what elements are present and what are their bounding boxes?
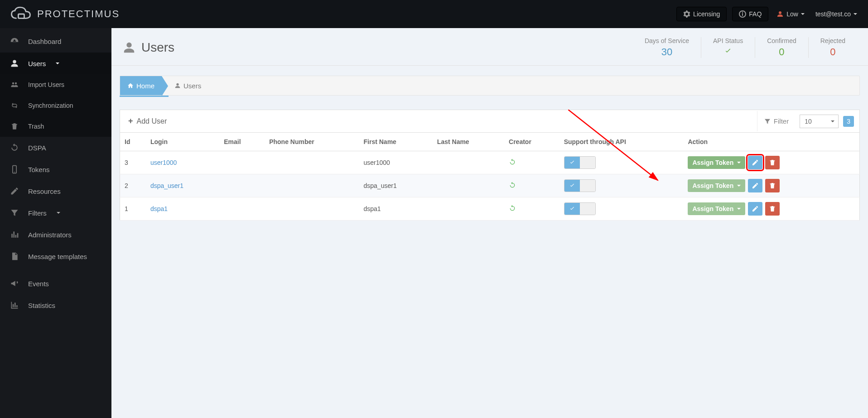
stat-api: API Status [701, 37, 755, 58]
nav-filters[interactable]: Filters [0, 202, 111, 224]
edit-button[interactable] [748, 156, 762, 169]
stat-confirmed: Confirmed 0 [755, 37, 808, 58]
sync-icon [509, 205, 516, 212]
cell-api [559, 197, 684, 221]
check-icon [713, 46, 743, 58]
login-link[interactable]: dspa1 [150, 205, 168, 212]
nav-users[interactable]: Users [0, 53, 111, 74]
nav-message-templates[interactable]: Message templates [0, 245, 111, 267]
user-icon [122, 41, 136, 54]
cell-first: dspa_user1 [359, 174, 433, 197]
user-icon [174, 82, 181, 89]
cell-last [433, 174, 504, 197]
nav-dspa[interactable]: DSPA [0, 137, 111, 159]
breadcrumb: Home Users [120, 76, 860, 96]
nav-statistics[interactable]: Statistics [0, 294, 111, 316]
account-dropdown[interactable]: test@test.co [813, 10, 860, 18]
nav-resources[interactable]: Resources [0, 180, 111, 202]
filter-icon [9, 208, 20, 217]
caret-down-icon [737, 208, 741, 210]
page-header: Users Days of Service 30 API Status Conf… [111, 28, 868, 66]
info-icon [739, 10, 746, 18]
cell-first: dspa1 [359, 197, 433, 221]
sidebar: Dashboard Users Import Users Synchroniza… [0, 28, 111, 418]
edit-button[interactable] [748, 179, 762, 192]
assign-token-button[interactable]: Assign Token [688, 179, 745, 192]
assign-token-button[interactable]: Assign Token [688, 156, 745, 169]
caret-down-icon [737, 162, 741, 163]
edit-button[interactable] [748, 202, 762, 216]
cloud-lock-icon [8, 5, 34, 24]
nav-import-users[interactable]: Import Users [0, 74, 111, 95]
th-phone[interactable]: Phone Number [265, 133, 359, 151]
stat-days: Days of Service 30 [633, 37, 701, 58]
cell-api [559, 151, 684, 174]
page-title: Users [122, 40, 174, 55]
nav-tokens[interactable]: Tokens [0, 159, 111, 180]
api-toggle[interactable] [564, 202, 596, 215]
brand-logo[interactable]: PROTECTIMUS [8, 5, 120, 24]
th-id[interactable]: Id [120, 133, 146, 151]
brand-text: PROTECTIMUS [37, 8, 120, 20]
caret-down-icon [831, 120, 834, 122]
th-email[interactable]: Email [219, 133, 265, 151]
edit-icon [752, 182, 759, 189]
content-area: Users Days of Service 30 API Status Conf… [111, 28, 868, 418]
cell-id: 3 [120, 151, 146, 174]
nav-trash[interactable]: Trash [0, 116, 111, 137]
users-table: Id Login Email Phone Number First Name L… [120, 132, 860, 221]
stats-row: Days of Service 30 API Status Confirmed … [633, 37, 857, 58]
sync-icon [509, 182, 516, 189]
api-toggle[interactable] [564, 156, 596, 169]
cell-id: 1 [120, 197, 146, 221]
cell-first: user1000 [359, 151, 433, 174]
nav-administrators[interactable]: Administrators [0, 224, 111, 245]
cell-phone [265, 151, 359, 174]
licensing-button[interactable]: Licensing [676, 7, 727, 21]
users-icon [9, 81, 20, 89]
user-icon [9, 59, 20, 68]
table-row: 1 dspa1 dspa1 Assign Token [120, 197, 860, 221]
caret-down-icon [56, 62, 59, 64]
chart-icon [9, 301, 20, 310]
add-user-button[interactable]: + Add User [120, 110, 175, 132]
th-first[interactable]: First Name [359, 133, 433, 151]
sync-icon [9, 101, 20, 110]
user-icon [776, 10, 784, 18]
nav-dashboard[interactable]: Dashboard [0, 30, 111, 53]
nav-synchronization[interactable]: Synchronization [0, 95, 111, 116]
faq-button[interactable]: FAQ [732, 7, 768, 21]
th-login[interactable]: Login [146, 133, 219, 151]
login-link[interactable]: user1000 [150, 159, 177, 166]
edit-icon [752, 159, 759, 166]
cell-action: Assign Token [683, 151, 859, 174]
cell-email [219, 197, 265, 221]
login-link[interactable]: dspa_user1 [150, 182, 183, 189]
cell-email [219, 151, 265, 174]
svg-rect-0 [18, 14, 24, 18]
page-size-select[interactable]: 10 [800, 115, 839, 128]
cell-creator [504, 197, 559, 221]
security-level-dropdown[interactable]: Low [774, 10, 807, 18]
th-api[interactable]: Support through API [559, 133, 684, 151]
table-row: 3 user1000 user1000 Assign Token [120, 151, 860, 174]
check-icon [564, 180, 580, 192]
th-last[interactable]: Last Name [433, 133, 504, 151]
sync-icon [509, 159, 516, 166]
row-count-badge: 3 [843, 116, 854, 127]
delete-button[interactable] [765, 156, 780, 169]
delete-button[interactable] [765, 202, 780, 216]
check-icon [564, 203, 580, 215]
toolbar: + Add User Filter 10 3 [120, 110, 860, 132]
table-row: 2 dspa_user1 dspa_user1 Assign Token [120, 174, 860, 197]
plus-icon: + [128, 116, 133, 126]
nav-events[interactable]: Events [0, 273, 111, 294]
breadcrumb-home[interactable]: Home [120, 76, 162, 95]
trash-icon [769, 205, 776, 212]
th-creator[interactable]: Creator [504, 133, 559, 151]
cell-action: Assign Token [683, 174, 859, 197]
delete-button[interactable] [765, 179, 780, 192]
assign-token-button[interactable]: Assign Token [688, 202, 745, 215]
filter-button[interactable]: Filter [757, 111, 795, 131]
api-toggle[interactable] [564, 179, 596, 192]
